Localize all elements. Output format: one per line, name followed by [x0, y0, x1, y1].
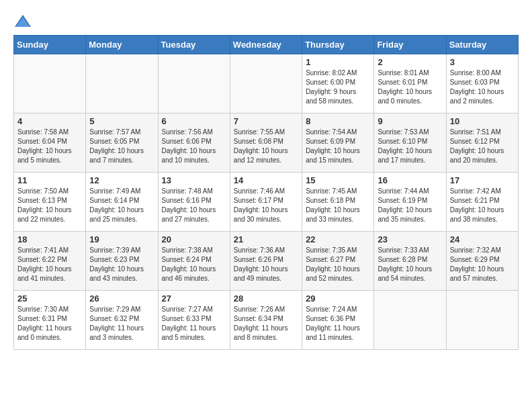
day-info: Sunrise: 8:00 AMSunset: 6:03 PMDaylight:… — [450, 68, 515, 106]
day-number: 9 — [378, 116, 442, 126]
calendar-cell — [230, 54, 302, 113]
calendar-cell — [446, 291, 518, 350]
day-info: Sunrise: 7:54 AMSunset: 6:09 PMDaylight:… — [306, 128, 370, 165]
day-info: Sunrise: 7:44 AMSunset: 6:19 PMDaylight:… — [378, 187, 442, 224]
day-number: 11 — [17, 175, 82, 185]
day-number: 18 — [17, 234, 82, 244]
day-info: Sunrise: 7:49 AMSunset: 6:14 PMDaylight:… — [89, 187, 154, 224]
day-info: Sunrise: 7:35 AMSunset: 6:27 PMDaylight:… — [306, 246, 370, 283]
logo-icon — [13, 13, 32, 28]
day-number: 7 — [234, 116, 298, 126]
calendar-cell: 16Sunrise: 7:44 AMSunset: 6:19 PMDayligh… — [374, 173, 446, 232]
day-info: Sunrise: 8:02 AMSunset: 6:00 PMDaylight:… — [306, 68, 370, 106]
day-info: Sunrise: 7:29 AMSunset: 6:32 PMDaylight:… — [89, 305, 154, 342]
day-info: Sunrise: 7:57 AMSunset: 6:05 PMDaylight:… — [89, 128, 154, 165]
day-number: 15 — [306, 175, 370, 185]
calendar-cell: 14Sunrise: 7:46 AMSunset: 6:17 PMDayligh… — [230, 173, 302, 232]
calendar-week-row: 1Sunrise: 8:02 AMSunset: 6:00 PMDaylight… — [14, 54, 519, 113]
calendar-cell: 8Sunrise: 7:54 AMSunset: 6:09 PMDaylight… — [302, 113, 374, 173]
calendar-cell: 10Sunrise: 7:51 AMSunset: 6:12 PMDayligh… — [446, 113, 518, 173]
day-number: 1 — [306, 57, 370, 67]
day-info: Sunrise: 7:46 AMSunset: 6:17 PMDaylight:… — [234, 187, 298, 224]
calendar-cell: 22Sunrise: 7:35 AMSunset: 6:27 PMDayligh… — [302, 232, 374, 291]
day-number: 6 — [162, 116, 226, 126]
calendar-cell: 20Sunrise: 7:38 AMSunset: 6:24 PMDayligh… — [158, 232, 230, 291]
calendar-cell: 19Sunrise: 7:39 AMSunset: 6:23 PMDayligh… — [86, 232, 158, 291]
calendar-cell: 1Sunrise: 8:02 AMSunset: 6:00 PMDaylight… — [302, 54, 374, 113]
day-info: Sunrise: 7:24 AMSunset: 6:36 PMDaylight:… — [306, 305, 370, 342]
day-info: Sunrise: 7:30 AMSunset: 6:31 PMDaylight:… — [17, 305, 82, 342]
day-info: Sunrise: 7:27 AMSunset: 6:33 PMDaylight:… — [162, 305, 226, 342]
day-number: 27 — [162, 293, 226, 304]
day-info: Sunrise: 7:33 AMSunset: 6:28 PMDaylight:… — [378, 246, 442, 283]
day-number: 12 — [89, 175, 154, 185]
calendar-cell: 24Sunrise: 7:32 AMSunset: 6:29 PMDayligh… — [446, 232, 518, 291]
day-number: 14 — [234, 175, 298, 185]
day-number: 25 — [17, 293, 82, 304]
day-number: 17 — [450, 175, 515, 185]
calendar-table: SundayMondayTuesdayWednesdayThursdayFrid… — [13, 35, 519, 350]
calendar-cell: 11Sunrise: 7:50 AMSunset: 6:13 PMDayligh… — [14, 173, 86, 232]
day-number: 3 — [450, 57, 515, 67]
calendar-week-row: 4Sunrise: 7:58 AMSunset: 6:04 PMDaylight… — [14, 113, 519, 173]
column-header-friday: Friday — [374, 36, 446, 54]
day-number: 24 — [450, 234, 515, 244]
column-header-wednesday: Wednesday — [230, 36, 302, 54]
calendar-cell: 9Sunrise: 7:53 AMSunset: 6:10 PMDaylight… — [374, 113, 446, 173]
column-header-monday: Monday — [86, 36, 158, 54]
calendar-cell: 12Sunrise: 7:49 AMSunset: 6:14 PMDayligh… — [86, 173, 158, 232]
column-header-saturday: Saturday — [446, 36, 518, 54]
calendar-cell: 13Sunrise: 7:48 AMSunset: 6:16 PMDayligh… — [158, 173, 230, 232]
day-info: Sunrise: 7:58 AMSunset: 6:04 PMDaylight:… — [17, 128, 82, 165]
day-number: 10 — [450, 116, 515, 126]
day-number: 29 — [306, 293, 370, 304]
day-info: Sunrise: 7:38 AMSunset: 6:24 PMDaylight:… — [162, 246, 226, 283]
day-info: Sunrise: 7:48 AMSunset: 6:16 PMDaylight:… — [162, 187, 226, 224]
column-header-tuesday: Tuesday — [158, 36, 230, 54]
calendar-cell: 29Sunrise: 7:24 AMSunset: 6:36 PMDayligh… — [302, 291, 374, 350]
header — [13, 13, 519, 28]
calendar-cell: 6Sunrise: 7:56 AMSunset: 6:06 PMDaylight… — [158, 113, 230, 173]
day-number: 26 — [89, 293, 154, 304]
calendar-cell: 3Sunrise: 8:00 AMSunset: 6:03 PMDaylight… — [446, 54, 518, 113]
calendar-cell: 15Sunrise: 7:45 AMSunset: 6:18 PMDayligh… — [302, 173, 374, 232]
calendar-cell: 28Sunrise: 7:26 AMSunset: 6:34 PMDayligh… — [230, 291, 302, 350]
day-info: Sunrise: 7:42 AMSunset: 6:21 PMDaylight:… — [450, 187, 515, 224]
day-info: Sunrise: 7:36 AMSunset: 6:26 PMDaylight:… — [234, 246, 298, 283]
column-header-sunday: Sunday — [14, 36, 86, 54]
calendar-week-row: 11Sunrise: 7:50 AMSunset: 6:13 PMDayligh… — [14, 173, 519, 232]
column-header-thursday: Thursday — [302, 36, 374, 54]
calendar-cell: 18Sunrise: 7:41 AMSunset: 6:22 PMDayligh… — [14, 232, 86, 291]
calendar-week-row: 18Sunrise: 7:41 AMSunset: 6:22 PMDayligh… — [14, 232, 519, 291]
calendar-cell: 7Sunrise: 7:55 AMSunset: 6:08 PMDaylight… — [230, 113, 302, 173]
calendar-cell: 2Sunrise: 8:01 AMSunset: 6:01 PMDaylight… — [374, 54, 446, 113]
calendar-cell: 26Sunrise: 7:29 AMSunset: 6:32 PMDayligh… — [86, 291, 158, 350]
day-number: 23 — [378, 234, 442, 244]
day-number: 13 — [162, 175, 226, 185]
calendar-week-row: 25Sunrise: 7:30 AMSunset: 6:31 PMDayligh… — [14, 291, 519, 350]
day-number: 19 — [89, 234, 154, 244]
day-info: Sunrise: 7:39 AMSunset: 6:23 PMDaylight:… — [89, 246, 154, 283]
day-info: Sunrise: 7:50 AMSunset: 6:13 PMDaylight:… — [17, 187, 82, 224]
calendar-cell: 21Sunrise: 7:36 AMSunset: 6:26 PMDayligh… — [230, 232, 302, 291]
day-number: 20 — [162, 234, 226, 244]
day-info: Sunrise: 7:51 AMSunset: 6:12 PMDaylight:… — [450, 128, 515, 165]
day-number: 8 — [306, 116, 370, 126]
calendar-cell: 25Sunrise: 7:30 AMSunset: 6:31 PMDayligh… — [14, 291, 86, 350]
day-number: 5 — [89, 116, 154, 126]
day-info: Sunrise: 7:45 AMSunset: 6:18 PMDaylight:… — [306, 187, 370, 224]
day-info: Sunrise: 7:53 AMSunset: 6:10 PMDaylight:… — [378, 128, 442, 165]
day-number: 2 — [378, 57, 442, 67]
calendar-cell: 5Sunrise: 7:57 AMSunset: 6:05 PMDaylight… — [86, 113, 158, 173]
day-number: 16 — [378, 175, 442, 185]
day-info: Sunrise: 7:32 AMSunset: 6:29 PMDaylight:… — [450, 246, 515, 283]
day-info: Sunrise: 8:01 AMSunset: 6:01 PMDaylight:… — [378, 68, 442, 106]
day-number: 21 — [234, 234, 298, 244]
day-info: Sunrise: 7:26 AMSunset: 6:34 PMDaylight:… — [234, 305, 298, 342]
day-info: Sunrise: 7:55 AMSunset: 6:08 PMDaylight:… — [234, 128, 298, 165]
logo — [13, 13, 35, 28]
calendar-cell — [86, 54, 158, 113]
calendar-cell — [14, 54, 86, 113]
day-number: 28 — [234, 293, 298, 304]
day-number: 4 — [17, 116, 82, 126]
